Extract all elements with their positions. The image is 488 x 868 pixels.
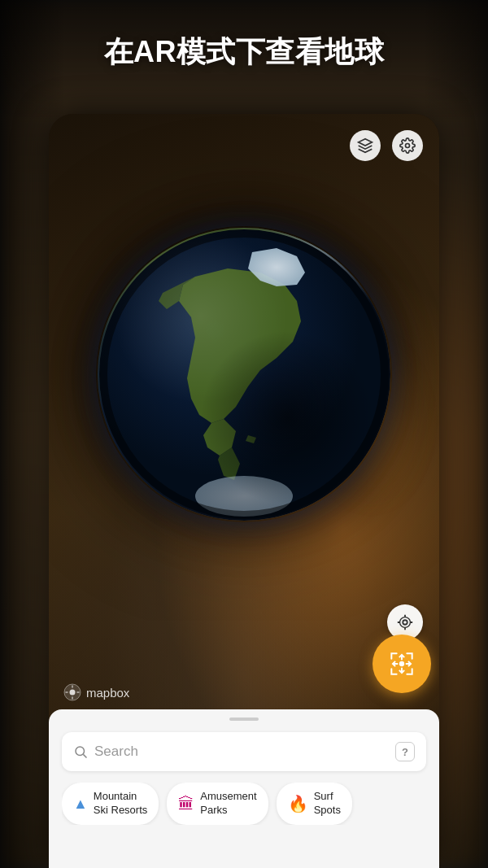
svg-point-4 [195,476,293,517]
category-chips: ▲ MountainSki Resorts 🏛 AmusementParks 🔥… [62,783,426,825]
gear-icon [399,137,416,154]
mapbox-logo-icon [63,683,81,701]
svg-point-6 [99,229,389,519]
chip-surf-label: SurfSpots [314,790,341,818]
svg-point-7 [99,229,389,519]
chip-mountain-label: MountainSki Resorts [94,790,147,818]
search-bar[interactable]: Search ? [62,732,426,771]
ar-mode-icon [386,648,417,679]
layers-icon [357,137,373,154]
mapbox-logo: mapbox [63,683,129,701]
svg-point-17 [76,747,85,756]
chip-amusement-label: AmusementParks [200,790,256,818]
search-placeholder[interactable]: Search [94,744,389,760]
sheet-handle [229,718,259,721]
search-icon [73,744,88,759]
globe-container [73,163,415,586]
page-title: 在AR模式下查看地球 [0,33,488,72]
chip-amusement-parks[interactable]: 🏛 AmusementParks [167,783,268,825]
mapbox-logo-text: mapbox [86,686,129,700]
search-help-button[interactable]: ? [395,742,415,761]
chip-mountain-ski-resorts[interactable]: ▲ MountainSki Resorts [62,783,159,825]
settings-button[interactable] [392,130,423,161]
ar-mode-button[interactable] [373,635,431,693]
globe-svg [98,228,390,521]
chip-surf-spots[interactable]: 🔥 SurfSpots [277,783,352,825]
amusement-icon: 🏛 [178,796,194,812]
surf-icon: 🔥 [288,796,308,812]
phone-frame: mapbox Search ? ▲ MountainSki Resorts [49,114,439,868]
layers-button[interactable] [350,130,381,161]
svg-point-9 [400,617,411,628]
svg-point-14 [399,661,404,666]
bottom-sheet: Search ? ▲ MountainSki Resorts 🏛 Amuseme… [49,709,439,868]
svg-point-1 [406,144,410,148]
mountain-icon: ▲ [73,796,88,811]
top-toolbar [350,130,423,161]
earth-globe[interactable] [98,228,390,521]
svg-point-16 [70,690,76,696]
svg-point-5 [99,229,389,519]
svg-point-3 [99,229,389,519]
svg-line-18 [83,754,86,757]
svg-point-2 [99,229,389,519]
svg-marker-0 [359,139,373,146]
location-icon [396,613,414,631]
svg-point-8 [403,620,407,625]
